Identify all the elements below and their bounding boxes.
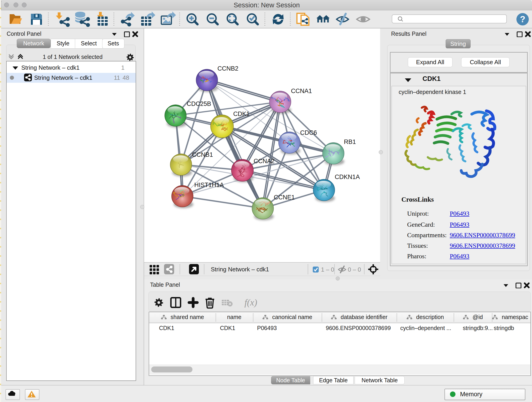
svg-text:?: ? xyxy=(520,14,525,24)
svg-text:HIST1H1A: HIST1H1A xyxy=(194,182,224,188)
svg-text:0 – 0: 0 – 0 xyxy=(348,266,361,273)
svg-text:CDKN1A: CDKN1A xyxy=(335,173,360,180)
svg-text:1 – 0: 1 – 0 xyxy=(321,266,334,273)
svg-text:CDC6: CDC6 xyxy=(300,129,317,136)
svg-text:CCNB1: CCNB1 xyxy=(192,151,213,158)
svg-text:f(x): f(x) xyxy=(244,297,257,307)
svg-text:RB1: RB1 xyxy=(344,138,356,145)
svg-text:CCNA2: CCNA2 xyxy=(254,158,275,165)
svg-text:CCNA1: CCNA1 xyxy=(291,88,312,95)
svg-text:CCNE1: CCNE1 xyxy=(274,194,295,201)
svg-text:CDK1: CDK1 xyxy=(233,110,250,117)
svg-text:CCNB2: CCNB2 xyxy=(217,65,239,72)
svg-text:String Network – cdk1: String Network – cdk1 xyxy=(211,266,269,273)
svg-text:CDC25B: CDC25B xyxy=(187,100,211,107)
